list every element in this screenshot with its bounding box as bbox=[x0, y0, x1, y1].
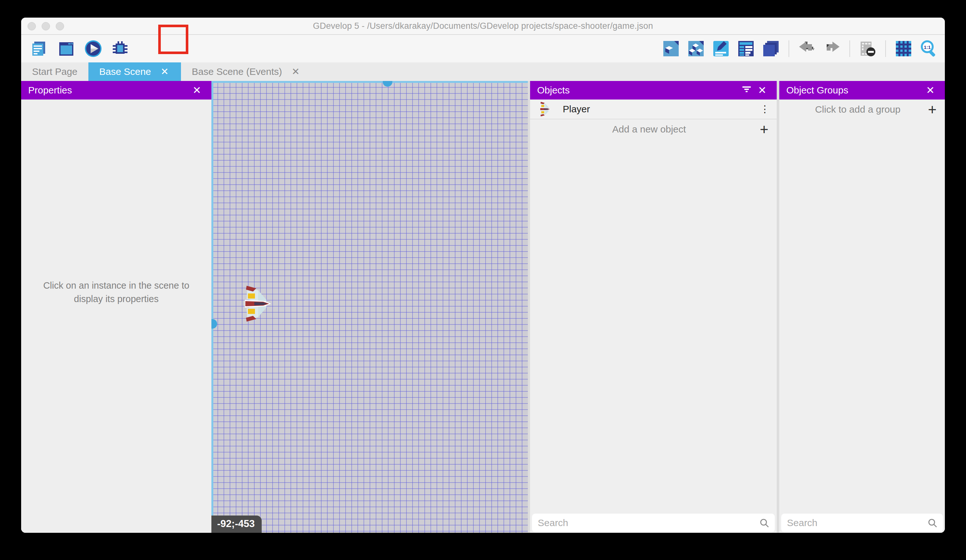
objects-panel: Objects ✕ bbox=[530, 81, 777, 533]
undo-button[interactable] bbox=[798, 39, 816, 58]
search-icon bbox=[928, 518, 937, 528]
instances-list-button[interactable] bbox=[737, 39, 755, 58]
object-cube-icon bbox=[662, 40, 680, 57]
object-groups-panel: Object Groups ✕ Click to add a group + bbox=[779, 81, 945, 533]
window-title: GDevelop 5 - /Users/dkarakay/Documents/G… bbox=[313, 21, 653, 31]
filter-icon[interactable] bbox=[739, 84, 755, 96]
toolbar-divider bbox=[789, 40, 789, 57]
redo-arrow-icon bbox=[823, 40, 841, 57]
debug-button[interactable] bbox=[111, 39, 130, 58]
play-icon bbox=[84, 40, 102, 57]
close-objects-icon[interactable]: ✕ bbox=[755, 84, 770, 96]
tab-label: Base Scene (Events) bbox=[192, 66, 282, 77]
zoom-original-button[interactable]: 1:1 bbox=[919, 39, 938, 58]
toolbar-divider bbox=[849, 40, 850, 57]
properties-panel: Properties ✕ Click on an instance in the… bbox=[21, 81, 211, 533]
close-tab-icon[interactable]: ✕ bbox=[159, 65, 170, 78]
object-groups-empty-space bbox=[779, 120, 945, 514]
redo-button[interactable] bbox=[823, 39, 841, 58]
window-controls bbox=[28, 18, 64, 35]
layers-icon bbox=[762, 40, 780, 57]
main-toolbar: 1:1 bbox=[21, 35, 945, 62]
add-object-plus-icon[interactable]: + bbox=[760, 122, 768, 137]
toggle-mask-button[interactable] bbox=[858, 39, 877, 58]
open-scene-editor-button[interactable] bbox=[57, 39, 76, 58]
object-menu-kebab-icon[interactable]: ⋮ bbox=[760, 106, 770, 112]
editor-content: Properties ✕ Click on an instance in the… bbox=[21, 81, 945, 533]
scene-window-icon bbox=[58, 40, 75, 57]
object-groups-cubes-icon bbox=[687, 40, 705, 57]
undo-arrow-icon bbox=[798, 40, 816, 57]
edit-object-button[interactable] bbox=[662, 39, 680, 58]
grid-icon bbox=[895, 40, 912, 57]
close-object-groups-icon[interactable]: ✕ bbox=[923, 84, 938, 96]
object-groups-title: Object Groups bbox=[786, 85, 848, 96]
tab-base-scene-events[interactable]: Base Scene (Events) ✕ bbox=[181, 62, 312, 81]
game-area-top-border bbox=[211, 81, 528, 83]
app-window: GDevelop 5 - /Users/dkarakay/Documents/G… bbox=[21, 18, 945, 533]
toolbar-divider bbox=[885, 40, 886, 57]
objects-search-box[interactable] bbox=[532, 514, 775, 532]
scene-canvas[interactable]: -92;-453 bbox=[211, 81, 528, 533]
project-manager-icon bbox=[30, 40, 48, 57]
add-group-label: Click to add a group bbox=[788, 104, 928, 115]
layers-button[interactable] bbox=[762, 39, 780, 58]
properties-header: Properties ✕ bbox=[21, 81, 211, 100]
objects-panel-empty-space bbox=[530, 139, 777, 514]
objects-header: Objects ✕ bbox=[530, 81, 777, 100]
tab-label: Base Scene bbox=[99, 66, 151, 77]
game-area-left-border bbox=[211, 81, 213, 533]
add-group-row[interactable]: Click to add a group + bbox=[779, 100, 945, 120]
mask-remove-icon bbox=[859, 40, 877, 57]
add-object-label: Add a new object bbox=[539, 124, 760, 135]
object-row-player[interactable]: Player ⋮ bbox=[530, 100, 777, 120]
close-tab-icon[interactable]: ✕ bbox=[291, 65, 301, 78]
edit-object-groups-button[interactable] bbox=[687, 39, 705, 58]
close-window-button[interactable] bbox=[28, 22, 36, 30]
object-groups-search-input[interactable] bbox=[787, 517, 928, 528]
play-preview-button[interactable] bbox=[84, 39, 102, 58]
tab-label: Start Page bbox=[32, 66, 77, 77]
instances-list-icon bbox=[737, 40, 755, 57]
object-name: Player bbox=[563, 104, 590, 115]
objects-title: Objects bbox=[537, 85, 570, 96]
minimize-window-button[interactable] bbox=[42, 22, 50, 30]
project-manager-button[interactable] bbox=[30, 39, 49, 58]
properties-pencil-icon bbox=[712, 40, 730, 57]
properties-title: Properties bbox=[28, 85, 72, 96]
title-bar: GDevelop 5 - /Users/dkarakay/Documents/G… bbox=[21, 18, 945, 35]
tab-base-scene[interactable]: Base Scene ✕ bbox=[89, 62, 181, 81]
properties-empty-message: Click on an instance in the scene to dis… bbox=[21, 279, 211, 306]
tab-start-page[interactable]: Start Page bbox=[21, 62, 89, 81]
edit-properties-button[interactable] bbox=[712, 39, 730, 58]
game-area-resize-handle-top[interactable] bbox=[383, 81, 393, 87]
toggle-grid-button[interactable] bbox=[894, 39, 913, 58]
objects-search-input[interactable] bbox=[538, 517, 759, 528]
maximize-window-button[interactable] bbox=[56, 22, 64, 30]
add-object-row[interactable]: Add a new object + bbox=[530, 120, 777, 139]
object-groups-search-box[interactable] bbox=[781, 514, 943, 532]
close-properties-icon[interactable]: ✕ bbox=[189, 84, 204, 96]
add-group-plus-icon[interactable]: + bbox=[928, 102, 936, 117]
debug-bug-icon bbox=[111, 40, 129, 57]
game-area-resize-handle-left[interactable] bbox=[211, 319, 217, 329]
search-icon bbox=[759, 518, 769, 528]
tab-bar: Start Page Base Scene ✕ Base Scene (Even… bbox=[21, 62, 945, 81]
svg-text:1:1: 1:1 bbox=[924, 44, 931, 50]
player-ship-instance[interactable] bbox=[243, 283, 273, 324]
cursor-coordinates-badge: -92;-453 bbox=[211, 516, 262, 533]
zoom-1-1-icon: 1:1 bbox=[920, 40, 938, 57]
object-groups-header: Object Groups ✕ bbox=[779, 81, 945, 100]
properties-body: Click on an instance in the scene to dis… bbox=[21, 100, 211, 533]
player-object-thumbnail bbox=[537, 101, 554, 118]
